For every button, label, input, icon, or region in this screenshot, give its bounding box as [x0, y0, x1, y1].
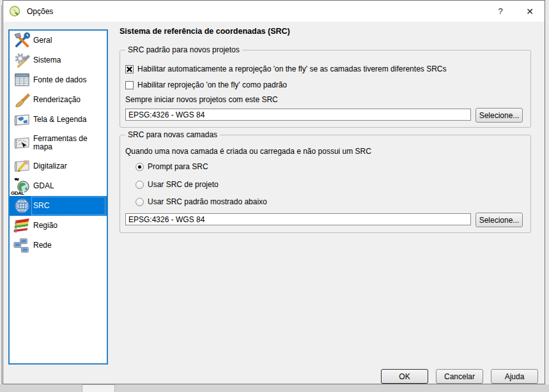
- sidebar-item-regiao[interactable]: Região: [10, 216, 107, 236]
- data-table-icon: [12, 72, 31, 89]
- sidebar-item-label: GDAL: [33, 182, 54, 190]
- radio-use-project-crs[interactable]: [135, 181, 144, 189]
- default-crs-input[interactable]: [125, 109, 471, 121]
- new-layer-description: Quando uma nova camada é criada ou carre…: [125, 147, 371, 156]
- radio-label: Usar SRC de projeto: [148, 180, 219, 189]
- sidebar-item-label: SRC: [33, 202, 49, 210]
- close-button[interactable]: ✕: [515, 1, 545, 22]
- sidebar-item-fonte-de-dados[interactable]: Fonte de dados: [10, 70, 107, 90]
- sidebar-item-label: Região: [33, 222, 58, 230]
- qgis-logo-icon: [9, 5, 21, 17]
- checkbox-row-otf-auto[interactable]: Habilitar automaticamente a reprojeção '…: [125, 64, 446, 73]
- sidebar-item-tela-legenda[interactable]: Tela & Legenda: [10, 110, 107, 130]
- titlebar[interactable]: Opções ? ✕: [3, 1, 545, 22]
- sidebar-item-sistema[interactable]: Sistema: [10, 50, 107, 70]
- gdal-icon-text: GDAL: [11, 191, 24, 196]
- cancel-button[interactable]: Cancelar: [436, 369, 483, 384]
- checkbox-row-otf-default[interactable]: Habilitar reprojeção 'on the fly' como p…: [125, 80, 287, 89]
- options-dialog: Opções ? ✕ Geral: [3, 0, 545, 384]
- group-default-crs-for-new-projects: SRC padrão para novos projetos Habilitar…: [120, 50, 531, 128]
- sidebar-item-label: Ferramentas de mapa: [33, 135, 104, 151]
- groupbox-title: SRC para novas camadas: [125, 130, 220, 139]
- checkbox-otf-auto[interactable]: [125, 65, 134, 73]
- radio-row-default-crs[interactable]: Usar SRC padrão mostrado abaixo: [135, 197, 267, 206]
- checkbox-label: Habilitar reprojeção 'on the fly' como p…: [137, 80, 287, 89]
- radio-label: Prompt para SRC: [148, 162, 208, 171]
- checkbox-otf-default[interactable]: [125, 81, 134, 89]
- background-window-edge: [1, 5, 2, 386]
- radio-label: Usar SRC padrão mostrado abaixo: [148, 197, 267, 206]
- start-projects-label: Sempre iniciar novos projetos com este S…: [125, 95, 278, 104]
- crs-globe-icon: [12, 197, 31, 215]
- group-crs-for-new-layers: SRC para novas camadas Quando uma nova c…: [120, 135, 531, 233]
- digitize-icon: [12, 158, 31, 176]
- paintbrush-icon: [12, 91, 31, 109]
- radio-row-project-crs[interactable]: Usar SRC de projeto: [135, 180, 219, 189]
- network-icon: [12, 237, 31, 255]
- sidebar-item-rede[interactable]: Rede: [10, 236, 107, 255]
- radio-use-default-crs[interactable]: [135, 198, 144, 206]
- new-layer-crs-input[interactable]: [125, 213, 471, 225]
- help-button[interactable]: Ajuda: [491, 369, 538, 384]
- tools-icon: [12, 32, 31, 50]
- window-title: Opções: [27, 7, 53, 16]
- sidebar-item-label: Sistema: [33, 56, 61, 64]
- sidebar-item-geral[interactable]: Geral: [10, 31, 107, 50]
- sidebar-item-label: Fonte de dados: [33, 76, 86, 84]
- map-canvas-icon: [12, 111, 31, 129]
- sidebar-item-label: Geral: [33, 36, 52, 45]
- checkbox-label: Habilitar automaticamente a reprojeção '…: [137, 64, 446, 73]
- sidebar-item-renderizacao[interactable]: Renderização: [10, 90, 107, 110]
- sidebar-item-ferramentas-de-mapa[interactable]: Ferramentas de mapa: [10, 130, 107, 156]
- sidebar-item-label: Rede: [33, 241, 52, 250]
- sidebar-item-label: Renderização: [33, 96, 81, 104]
- page-title: Sistema de referência de coordenadas (SR…: [120, 27, 290, 36]
- sidebar-item-label: Tela & Legenda: [33, 116, 86, 124]
- help-titlebar-button[interactable]: ?: [486, 1, 515, 22]
- ok-button[interactable]: OK: [381, 369, 428, 384]
- sidebar-item-src[interactable]: SRC: [10, 196, 107, 216]
- map-tools-icon: [12, 134, 31, 152]
- sidebar-item-gdal[interactable]: GDAL GDAL: [10, 176, 107, 196]
- groupbox-title: SRC padrão para novos projetos: [125, 45, 242, 54]
- select-crs-button-projects[interactable]: Selecione...: [476, 108, 523, 123]
- options-sidebar: Geral Sistema: [8, 29, 108, 365]
- locale-flags-icon: [12, 217, 31, 235]
- checkmark-x-icon: [126, 66, 133, 73]
- sidebar-item-digitalizar[interactable]: Digitalizar: [10, 156, 107, 176]
- radio-row-prompt[interactable]: Prompt para SRC: [135, 162, 208, 171]
- background-window-fragment: [82, 384, 115, 392]
- system-icon: [12, 52, 31, 70]
- sidebar-item-label: Digitalizar: [33, 162, 67, 170]
- radio-prompt-for-crs[interactable]: [135, 163, 144, 171]
- select-crs-button-layers[interactable]: Selecione...: [476, 213, 523, 227]
- gdal-globe-icon: GDAL: [12, 177, 31, 195]
